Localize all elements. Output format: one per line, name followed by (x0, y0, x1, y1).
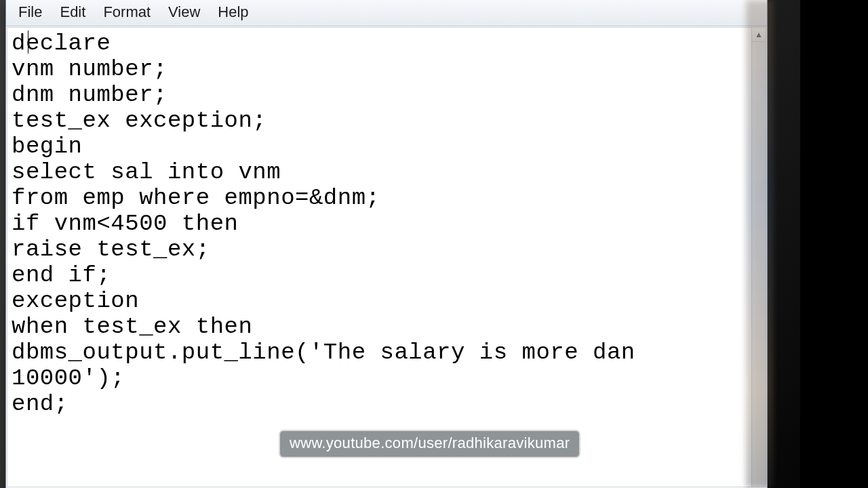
vertical-scrollbar[interactable]: ▲ ▼ (751, 28, 766, 487)
chevron-up-icon: ▲ (755, 30, 763, 39)
desktop-background: File Edit Format View Help declare vnm n… (0, 0, 868, 488)
menu-bar: File Edit Format View Help (6, 0, 767, 26)
menu-view[interactable]: View (160, 1, 208, 25)
menu-format[interactable]: Format (95, 1, 159, 25)
notepad-window: File Edit Format View Help declare vnm n… (5, 0, 768, 488)
editor-client-area: declare vnm number; dnm number; test_ex … (7, 27, 766, 487)
menu-file[interactable]: File (10, 1, 50, 25)
scroll-up-arrow-icon[interactable]: ▲ (752, 28, 766, 42)
watermark-url-badge: www.youtube.com/user/radhikaravikumar (279, 430, 580, 458)
video-pillar-bar (800, 0, 868, 488)
menu-help[interactable]: Help (210, 1, 256, 25)
text-caret (28, 30, 28, 54)
menu-edit[interactable]: Edit (52, 1, 94, 25)
text-editor[interactable]: declare vnm number; dnm number; test_ex … (7, 28, 751, 487)
